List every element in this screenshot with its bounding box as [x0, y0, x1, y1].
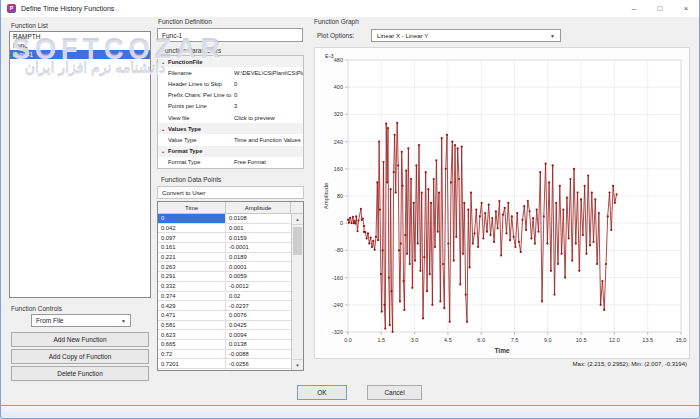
- table-row[interactable]: 0.3740.02: [158, 292, 291, 302]
- add-copy-of-function-button[interactable]: Add Copy of Function: [11, 349, 149, 364]
- table-row[interactable]: 0.161-0.0001: [158, 243, 291, 253]
- ok-button[interactable]: OK: [297, 385, 347, 400]
- time-cell[interactable]: 0.291: [158, 272, 226, 281]
- parameter-group-row[interactable]: ⌄FunctionFile: [158, 56, 303, 67]
- time-column-header[interactable]: Time: [158, 202, 226, 213]
- table-row[interactable]: 00.0108: [158, 214, 291, 224]
- add-new-function-button[interactable]: Add New Function: [11, 332, 149, 347]
- time-cell[interactable]: 0.72: [158, 350, 226, 359]
- function-graph: E-3 Amplitude 480400320240160800-80-160-…: [314, 47, 690, 359]
- table-row[interactable]: 0.0970.0159: [158, 233, 291, 243]
- max-min-stats: Max: (2.215, 0.2952); Min: (2.007, -0.31…: [573, 361, 687, 367]
- time-cell[interactable]: 0.471: [158, 311, 226, 320]
- parameter-group-row[interactable]: ⌄Format Type: [158, 146, 303, 157]
- amplitude-cell[interactable]: 0.0159: [226, 233, 291, 242]
- table-row[interactable]: 0.2910.0059: [158, 272, 291, 282]
- amplitude-cell[interactable]: 0.0001: [226, 262, 291, 271]
- list-item[interactable]: Func-1: [10, 50, 150, 59]
- scrollbar-thumb[interactable]: [293, 227, 302, 255]
- function-parameters-grid[interactable]: ⌄FunctionFileFilenameW:\DEVEL\CSiPlant\C…: [157, 55, 304, 169]
- chevron-collapse-icon[interactable]: ⌄: [158, 126, 168, 132]
- amplitude-cell[interactable]: -0.0012: [226, 282, 291, 291]
- parameter-row[interactable]: Format TypeFree Format: [158, 157, 303, 168]
- minimize-button[interactable]: –: [621, 0, 647, 16]
- parameter-group-row[interactable]: ⌄Values Type: [158, 123, 303, 134]
- table-row[interactable]: 0.4710.0076: [158, 311, 291, 321]
- parameter-row[interactable]: Points per Line3: [158, 101, 303, 112]
- time-cell[interactable]: 0.332: [158, 282, 226, 291]
- table-row[interactable]: 0.6230.0094: [158, 330, 291, 340]
- time-cell[interactable]: 0.161: [158, 243, 226, 252]
- time-cell[interactable]: 0.623: [158, 330, 226, 339]
- time-cell[interactable]: 0: [158, 214, 226, 223]
- table-body[interactable]: 00.01080.0420.0010.0970.01590.161-0.0001…: [158, 214, 291, 370]
- amplitude-cell[interactable]: -0.0237: [226, 301, 291, 310]
- cancel-button[interactable]: Cancel: [367, 385, 422, 400]
- table-row[interactable]: 0.2210.0189: [158, 253, 291, 263]
- time-cell[interactable]: 0.221: [158, 253, 226, 262]
- table-row[interactable]: 0.78-0.0093: [158, 369, 291, 370]
- close-button[interactable]: ×: [673, 0, 699, 16]
- amplitude-cell[interactable]: 0.001: [226, 224, 291, 233]
- time-cell[interactable]: 0.263: [158, 262, 226, 271]
- plot-options-value: Linear X - Linear Y: [377, 32, 428, 39]
- amplitude-cell[interactable]: -0.0256: [226, 359, 291, 368]
- parameter-row[interactable]: Value TypeTime and Function Values: [158, 134, 303, 145]
- time-cell[interactable]: 0.7201: [158, 359, 226, 368]
- maximize-button[interactable]: □: [647, 0, 673, 16]
- amplitude-cell[interactable]: 0.0094: [226, 330, 291, 339]
- table-row[interactable]: 0.0420.001: [158, 224, 291, 234]
- table-row[interactable]: 0.2630.0001: [158, 262, 291, 272]
- chevron-down-icon: ▼: [121, 318, 126, 324]
- amplitude-cell[interactable]: 0.0425: [226, 321, 291, 330]
- amplitude-cell[interactable]: -0.0093: [226, 369, 291, 370]
- title-bar[interactable]: P Define Time History Functions – □ ×: [1, 0, 699, 17]
- table-row[interactable]: 0.332-0.0012: [158, 282, 291, 292]
- table-row[interactable]: 0.5810.0425: [158, 321, 291, 331]
- time-cell[interactable]: 0.097: [158, 233, 226, 242]
- list-item[interactable]: Func: [10, 41, 150, 50]
- table-scrollbar[interactable]: ▲ ▼: [291, 214, 303, 370]
- time-cell[interactable]: 0.665: [158, 340, 226, 349]
- amplitude-cell[interactable]: 0.0059: [226, 272, 291, 281]
- time-cell[interactable]: 0.042: [158, 224, 226, 233]
- time-cell[interactable]: 0.374: [158, 292, 226, 301]
- function-listbox[interactable]: RAMPTHFuncFunc-1: [9, 31, 151, 298]
- list-item[interactable]: RAMPTH: [10, 32, 150, 41]
- amplitude-cell[interactable]: 0.0108: [226, 214, 291, 223]
- table-row[interactable]: 0.429-0.0237: [158, 301, 291, 311]
- svg-text:-320: -320: [332, 329, 343, 335]
- parameter-row[interactable]: Prefix Chars. Per Line to0: [158, 90, 303, 101]
- plot-options-dropdown[interactable]: Linear X - Linear Y ▼: [371, 29, 561, 42]
- time-cell[interactable]: 0.581: [158, 321, 226, 330]
- scroll-up-icon[interactable]: ▲: [292, 214, 303, 225]
- scroll-down-icon[interactable]: ▼: [292, 359, 303, 370]
- function-controls-dropdown[interactable]: From File ▼: [31, 314, 131, 327]
- svg-text:15.0: 15.0: [676, 337, 687, 343]
- amplitude-cell[interactable]: 0.0138: [226, 340, 291, 349]
- amplitude-cell[interactable]: 0.0076: [226, 311, 291, 320]
- chevron-collapse-icon[interactable]: ⌄: [158, 148, 168, 154]
- amplitude-column-header[interactable]: Amplitude: [226, 202, 291, 213]
- amplitude-cell[interactable]: -0.0001: [226, 243, 291, 252]
- amplitude-cell[interactable]: 0.0189: [226, 253, 291, 262]
- data-points-table[interactable]: Time Amplitude 00.01080.0420.0010.0970.0…: [157, 201, 304, 371]
- function-definition-label: Function Definition: [158, 18, 212, 25]
- parameter-row[interactable]: View fileClick to preview: [158, 112, 303, 123]
- amplitude-cell[interactable]: 0.02: [226, 292, 291, 301]
- time-cell[interactable]: 0.78: [158, 369, 226, 370]
- delete-function-button[interactable]: Delete Function: [11, 366, 149, 381]
- function-name-input[interactable]: Func-1: [157, 28, 303, 42]
- function-graph-label: Function Graph: [314, 18, 359, 25]
- table-row[interactable]: 0.72-0.0088: [158, 350, 291, 360]
- svg-text:0.0: 0.0: [344, 337, 352, 343]
- convert-to-user-button[interactable]: Convert to User: [157, 186, 304, 199]
- table-row[interactable]: 0.6650.0138: [158, 340, 291, 350]
- chevron-collapse-icon[interactable]: ⌄: [158, 59, 168, 65]
- svg-text:3.0: 3.0: [411, 337, 419, 343]
- parameter-row[interactable]: FilenameW:\DEVEL\CSiPlant\CSiPlant v: [158, 67, 303, 78]
- amplitude-cell[interactable]: -0.0088: [226, 350, 291, 359]
- table-row[interactable]: 0.7201-0.0256: [158, 359, 291, 369]
- time-cell[interactable]: 0.429: [158, 301, 226, 310]
- parameter-row[interactable]: Header Lines to Skip0: [158, 78, 303, 89]
